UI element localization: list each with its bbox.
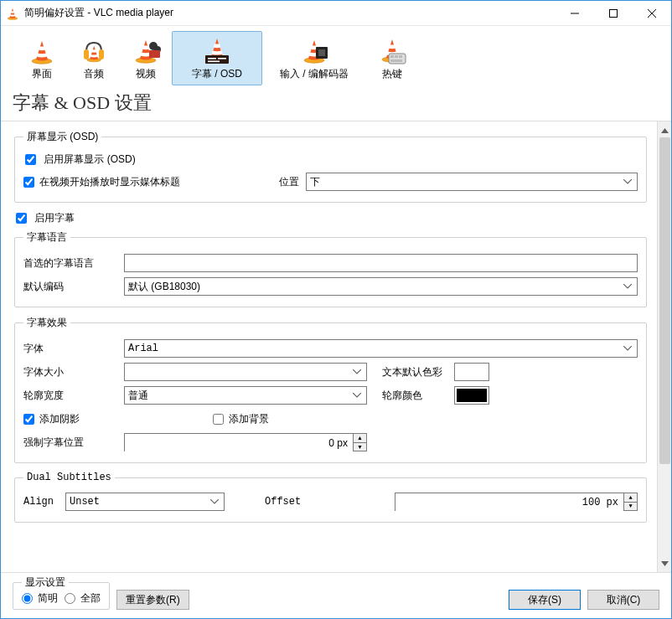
font-select[interactable]: Arial	[124, 339, 638, 358]
category-subtitles-label: 字幕 / OSD	[192, 67, 242, 81]
svg-rect-3	[84, 49, 89, 59]
group-show-settings: 显示设置 简明 全部	[13, 575, 110, 610]
spin-up-icon[interactable]: ▲	[624, 493, 637, 503]
add-shadow-label: 添加阴影	[39, 412, 80, 426]
svg-rect-9	[208, 58, 216, 59]
category-hotkeys-label: 热键	[382, 67, 402, 81]
bottom-bar: 显示设置 简明 全部 重置参数(R) 保存(S) 取消(C)	[1, 572, 671, 618]
force-position-label: 强制字幕位置	[23, 436, 124, 450]
group-sublang: 字幕语言 首选的字幕语言 默认编码 默认 (GB18030)	[14, 230, 647, 307]
svg-rect-2	[610, 9, 618, 17]
category-interface[interactable]: 界面	[16, 31, 68, 85]
outline-color-label: 轮廓颜色	[382, 389, 454, 403]
settings-pane: 屏幕显示 (OSD) 启用屏幕显示 (OSD) 在视频开始播放时显示媒体标题 位…	[1, 121, 657, 572]
show-title-label: 在视频开始播放时显示媒体标题	[39, 175, 180, 189]
category-hotkeys[interactable]: 热键	[366, 31, 418, 85]
svg-rect-16	[395, 55, 398, 58]
dual-align-select[interactable]: Unset	[65, 493, 225, 511]
svg-rect-18	[390, 59, 402, 62]
category-video[interactable]: 视频	[120, 31, 172, 85]
svg-rect-17	[399, 55, 402, 58]
font-label: 字体	[23, 342, 124, 356]
category-audio-label: 音频	[84, 67, 104, 81]
text-color-picker[interactable]	[454, 363, 489, 381]
page-heading: 字幕 & OSD 设置	[1, 87, 671, 121]
svg-rect-14	[389, 54, 406, 64]
spin-down-icon[interactable]: ▼	[354, 443, 366, 451]
category-input[interactable]: 输入 / 编解码器	[262, 31, 366, 85]
group-subeffect-legend: 字幕效果	[23, 316, 70, 330]
category-subtitles[interactable]: 字幕 / OSD	[172, 31, 262, 85]
svg-rect-4	[99, 49, 104, 59]
category-video-label: 视频	[136, 67, 156, 81]
minimize-button[interactable]	[556, 1, 594, 26]
show-settings-legend: 显示设置	[22, 575, 69, 590]
svg-rect-11	[208, 61, 220, 63]
enable-osd-label: 启用屏幕显示 (OSD)	[44, 153, 135, 165]
category-interface-label: 界面	[32, 67, 52, 81]
close-button[interactable]	[633, 1, 671, 26]
spin-up-icon[interactable]: ▲	[354, 434, 366, 443]
osd-position-select[interactable]: 下	[306, 173, 638, 191]
default-encoding-select[interactable]: 默认 (GB18030)	[124, 277, 638, 296]
maximize-button[interactable]	[594, 1, 633, 26]
outline-color-picker[interactable]	[454, 386, 489, 405]
mode-simple-radio[interactable]: 简明	[22, 591, 58, 606]
scrollbar-thumb[interactable]	[659, 137, 670, 464]
app-icon	[6, 7, 19, 20]
svg-rect-10	[218, 58, 226, 59]
show-title-checkbox[interactable]: 在视频开始播放时显示媒体标题	[23, 175, 180, 189]
text-color-label: 文本默认色彩	[382, 365, 454, 379]
font-size-select[interactable]	[124, 363, 367, 381]
svg-rect-13	[318, 49, 325, 56]
dual-align-label: Align	[23, 496, 65, 508]
reset-button[interactable]: 重置参数(R)	[116, 590, 189, 610]
window-title: 简明偏好设置 - VLC media player	[24, 6, 173, 20]
category-bar: 界面 音频 视频 字幕 / OSD 输入 /	[1, 26, 671, 87]
category-audio[interactable]: 音频	[68, 31, 120, 85]
dual-offset-spinbox[interactable]: ▲▼	[395, 493, 638, 511]
outline-width-label: 轮廓宽度	[23, 389, 124, 403]
group-sublang-legend: 字幕语言	[23, 230, 70, 245]
osd-position-label: 位置	[279, 175, 306, 189]
dual-offset-label: Offset	[265, 496, 349, 508]
mode-all-radio[interactable]: 全部	[65, 591, 101, 606]
add-background-label: 添加背景	[229, 412, 269, 426]
force-position-spinbox[interactable]: ▲▼	[124, 433, 367, 451]
category-input-label: 输入 / 编解码器	[280, 67, 349, 81]
outline-width-select[interactable]: 普通	[124, 386, 367, 405]
svg-rect-15	[390, 55, 394, 58]
save-button[interactable]: 保存(S)	[509, 590, 581, 610]
svg-rect-7	[149, 50, 160, 58]
group-dual-legend: Dual Subtitles	[23, 472, 115, 483]
default-encoding-label: 默认编码	[23, 280, 124, 294]
font-size-label: 字体大小	[23, 365, 124, 379]
group-subeffect: 字幕效果 字体 Arial 字体大小 文本默认色彩 轮廓宽度 普通 轮廓颜色	[14, 316, 647, 463]
scroll-up-icon[interactable]	[659, 123, 671, 137]
enable-subtitles-checkbox[interactable]: 启用字幕	[16, 211, 75, 225]
group-osd: 屏幕显示 (OSD) 启用屏幕显示 (OSD) 在视频开始播放时显示媒体标题 位…	[14, 130, 647, 203]
add-background-checkbox[interactable]: 添加背景	[213, 412, 269, 426]
vertical-scrollbar[interactable]	[657, 121, 671, 572]
spin-down-icon[interactable]: ▼	[624, 503, 637, 511]
cancel-button[interactable]: 取消(C)	[587, 590, 659, 610]
group-osd-legend: 屏幕显示 (OSD)	[23, 130, 101, 144]
enable-subtitles-label: 启用字幕	[34, 212, 75, 224]
preferred-lang-label: 首选的字幕语言	[23, 256, 124, 271]
title-bar: 简明偏好设置 - VLC media player	[1, 1, 671, 26]
enable-osd-checkbox[interactable]: 启用屏幕显示 (OSD)	[25, 152, 136, 167]
group-dual-subtitles: Dual Subtitles Align Unset Offset ▲▼	[14, 472, 647, 523]
scroll-down-icon[interactable]	[659, 556, 671, 570]
preferred-lang-input[interactable]	[124, 254, 638, 272]
svg-rect-8	[205, 55, 229, 64]
add-shadow-checkbox[interactable]: 添加阴影	[23, 412, 213, 426]
